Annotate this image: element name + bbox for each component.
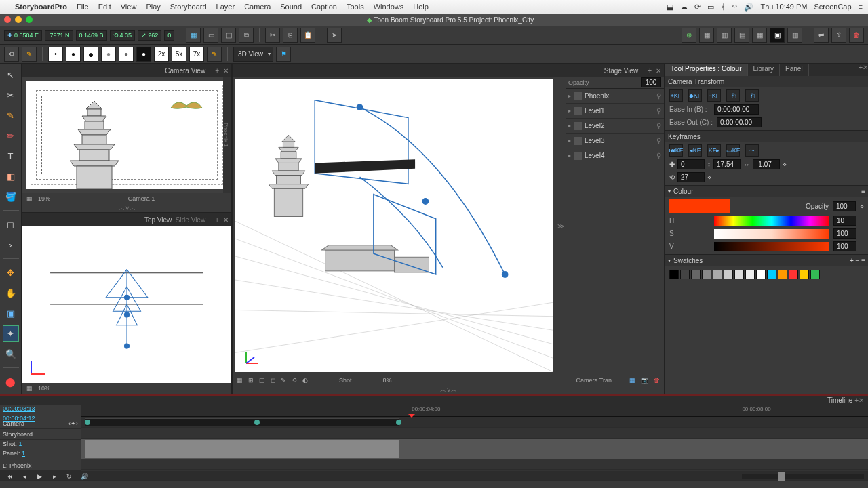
tl-cam-nav-icon[interactable]: ‹✦› (68, 420, 78, 427)
bbox-tool-icon[interactable]: ▣ (3, 305, 19, 321)
swatch[interactable] (789, 270, 798, 279)
menu-tools[interactable]: Tools (347, 3, 364, 11)
menu-play[interactable]: Play (146, 3, 160, 11)
add-view-icon[interactable]: + (215, 67, 219, 75)
tb-arrow-icon[interactable]: ➤ (327, 28, 342, 43)
kf-curve-icon[interactable]: ⤳ (745, 144, 759, 157)
flag-icon[interactable]: ⚑ (276, 47, 291, 62)
val-field[interactable] (833, 241, 856, 251)
swatch[interactable] (767, 270, 776, 279)
hue-field[interactable] (833, 216, 856, 226)
menu-windows[interactable]: Windows (374, 3, 404, 11)
swatches-header[interactable]: ▾Swatches+ − ≡ (665, 255, 868, 266)
close-stage-icon[interactable]: ✕ (656, 67, 661, 75)
collapse-icon[interactable]: ︿∨︿ (22, 204, 231, 212)
swatch-del-icon[interactable]: − (856, 257, 860, 264)
menu-layer[interactable]: Layer (216, 3, 235, 11)
menu-sound[interactable]: Sound (280, 3, 302, 11)
swatch[interactable] (724, 270, 733, 279)
menu-caption[interactable]: Caption (311, 3, 337, 11)
ease-out-field[interactable] (717, 117, 762, 127)
brush-7x[interactable]: 7x (189, 47, 204, 62)
tb-board2-icon[interactable]: ▤ (734, 28, 749, 43)
sat-field[interactable] (833, 228, 856, 239)
step-fwd-icon[interactable]: ▸ (49, 472, 60, 481)
cutter-tool-icon[interactable]: ✂ (3, 87, 19, 103)
tb-window-icon[interactable]: ▦ (186, 28, 201, 43)
colour-menu-icon[interactable]: ≡ (861, 188, 865, 195)
lock-icon[interactable]: ⚲ (656, 92, 661, 100)
timeline-ruler[interactable]: 00:00:04:00 00:00:08:00 (81, 405, 868, 417)
gear-icon[interactable]: ⚙ (4, 47, 19, 62)
kf-paste-icon[interactable]: ⎗ (745, 89, 759, 102)
brush-reset-icon[interactable]: ✎ (207, 47, 222, 62)
swatch[interactable] (756, 270, 766, 279)
tb-paste-icon[interactable]: 📋 (300, 28, 315, 43)
timeline-tracks[interactable]: 00:00:04:00 00:00:08:00 (81, 405, 868, 471)
app-menu[interactable]: StoryboardPro (15, 3, 67, 11)
tab-library[interactable]: Library (748, 64, 781, 76)
brush-solid[interactable]: ● (136, 47, 151, 62)
menu-storyboard[interactable]: Storyboard (170, 3, 207, 11)
tb-copy-icon[interactable]: ⎘ (283, 28, 298, 43)
tb-share-icon[interactable]: ⇪ (831, 28, 846, 43)
layer-track[interactable] (81, 459, 868, 470)
close-view-icon[interactable]: ✕ (223, 67, 229, 75)
swatch[interactable] (713, 270, 722, 279)
layer-row[interactable]: ▸Level3⚲ (566, 134, 664, 148)
step-back-icon[interactable]: ◂ (19, 472, 30, 481)
stage-tool3-icon[interactable]: ◫ (259, 377, 265, 384)
sat-slider[interactable] (714, 229, 829, 239)
mac-menubar[interactable]: StoryboardPro File Edit View Play Storyb… (0, 0, 868, 14)
close-topview-icon[interactable]: ✕ (223, 216, 229, 224)
paint-tool-icon[interactable]: 🪣 (3, 188, 19, 205)
tb-board4-icon[interactable]: ▣ (770, 28, 785, 43)
stage-tool7-icon[interactable]: ◐ (302, 377, 308, 384)
pencil-tool-icon[interactable]: ✏ (3, 127, 19, 144)
tb-layout3-icon[interactable]: ⧉ (239, 28, 254, 43)
sound-icon[interactable]: 🔊 (79, 472, 90, 481)
kf-copy-icon[interactable]: ⎘ (726, 89, 740, 102)
tb-flip-icon[interactable]: ⇄ (814, 28, 829, 43)
colour-header[interactable]: ▾Colour≡ (665, 186, 868, 197)
coord-r-field[interactable] (677, 172, 705, 182)
kf-set-icon[interactable]: ◆KF (688, 89, 702, 102)
tab-panel[interactable]: Panel (780, 64, 809, 76)
keyframes-header[interactable]: Keyframes (665, 131, 868, 142)
brush-circle-3[interactable]: ● (83, 47, 98, 62)
playhead[interactable] (412, 405, 412, 471)
screencap[interactable]: ScreenCap (814, 3, 852, 11)
tl-panel-val[interactable]: 1 (22, 450, 25, 457)
coord-z-field[interactable] (753, 159, 780, 169)
swatch[interactable] (680, 270, 690, 279)
kf-nav-next-icon[interactable]: KF▸ (707, 144, 721, 157)
loop-icon[interactable]: ↻ (64, 472, 75, 481)
menu-edit[interactable]: Edit (98, 3, 111, 11)
brush-soft-2[interactable]: ● (119, 47, 134, 62)
kf-nav-first-icon[interactable]: ⏮KF (669, 144, 683, 157)
tb-bin-icon[interactable]: 🗑 (849, 28, 864, 43)
stage-tool2-icon[interactable]: ⊞ (248, 377, 254, 384)
topview-grid-icon[interactable]: ▦ (26, 385, 33, 392)
swatch[interactable] (691, 270, 701, 279)
swatch[interactable] (778, 270, 787, 279)
shape-tool-icon[interactable]: ◻ (3, 216, 19, 232)
storyboard-track[interactable] (81, 428, 868, 439)
current-colour-swatch[interactable] (669, 199, 730, 213)
camera-grid-icon[interactable]: ▦ (26, 195, 33, 202)
stage-chevron-icon[interactable]: ≫ (556, 77, 566, 375)
val-slider[interactable] (714, 242, 829, 251)
brush-tool-icon[interactable]: ✎ (3, 107, 19, 123)
tb-addpanel-icon[interactable]: ⊕ (682, 28, 696, 43)
tl-shot-val[interactable]: 1 (19, 441, 22, 447)
tab-tool-properties[interactable]: Tool Properties : Colour (665, 64, 748, 76)
layer-row[interactable]: ▸Level2⚲ (566, 119, 664, 134)
menu-camera[interactable]: Camera (244, 3, 271, 11)
zoom-tool-icon[interactable]: 🔍 (3, 346, 19, 362)
panel-clip[interactable] (85, 440, 399, 458)
tb-grid-icon[interactable]: ▦ (699, 28, 714, 43)
lock-icon[interactable]: ⚲ (656, 152, 661, 159)
lock-icon[interactable]: ⚲ (656, 107, 661, 115)
lock-icon[interactable]: ⚲ (656, 137, 661, 144)
record-icon[interactable]: ⬤ (3, 373, 19, 390)
